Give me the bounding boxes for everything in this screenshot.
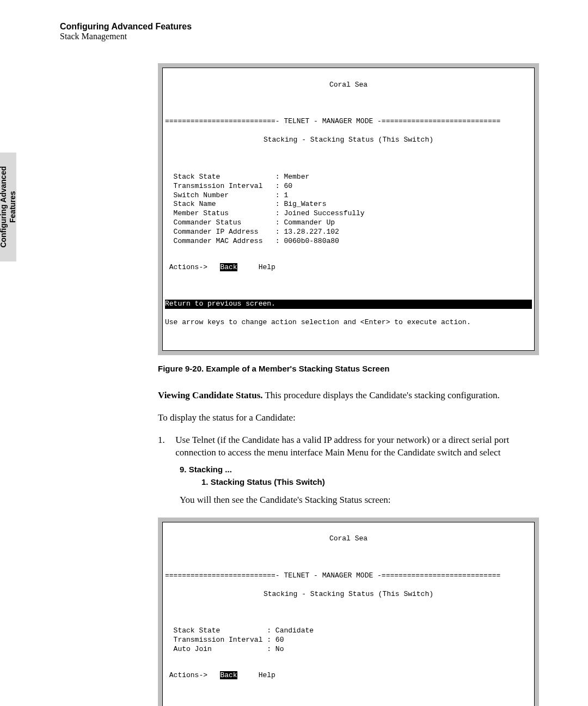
para-viewing-candidate: Viewing Candidate Status. This procedure… xyxy=(158,389,539,402)
menu-path-2: 1. Stacking Status (This Switch) xyxy=(201,477,539,486)
term1-help-button[interactable]: Help xyxy=(259,263,275,271)
terminal-screenshot-1: Coral Sea ==========================- TE… xyxy=(158,63,539,355)
term1-back-button[interactable]: Back xyxy=(220,263,237,271)
term2-mode-line: ==========================- TELNET - MAN… xyxy=(165,571,532,581)
term2-blank2 xyxy=(165,608,532,618)
term1-status: Return to previous screen. xyxy=(165,300,532,309)
term1-blank3 xyxy=(165,282,532,291)
term2-help-button[interactable]: Help xyxy=(259,671,275,679)
term1-mode-line: ==========================- TELNET - MAN… xyxy=(165,117,532,126)
menu-path-1: 9. Stacking ... xyxy=(180,465,539,474)
term1-fields: Stack State : Member Transmission Interv… xyxy=(165,173,532,246)
page-header-subtitle: Stack Management xyxy=(60,32,539,41)
step-1-followup: You will then see the Candidate's Stacki… xyxy=(180,494,539,507)
term1-hint: Use arrow keys to change action selectio… xyxy=(165,318,532,327)
para1-rest: This procedure displays the Candidate's … xyxy=(263,390,500,400)
step-1-text: Use Telnet (if the Candidate has a valid… xyxy=(175,434,529,459)
term2-back-button[interactable]: Back xyxy=(220,671,237,679)
term1-blank xyxy=(165,99,532,108)
term2-title: Coral Sea xyxy=(165,534,532,544)
term2-actions: Actions-> Back Help xyxy=(165,671,532,680)
page-header-title: Configuring Advanced Features xyxy=(60,22,539,32)
term1-title: Coral Sea xyxy=(165,81,532,90)
term1-blank2 xyxy=(165,154,532,163)
para-to-display: To display the status for a Candidate: xyxy=(158,412,539,424)
term1-subtitle: Stacking - Stacking Status (This Switch) xyxy=(165,136,532,145)
term2-fields: Stack State : Candidate Transmission Int… xyxy=(165,626,532,654)
para1-lead: Viewing Candidate Status. xyxy=(158,390,263,400)
terminal-screenshot-2: Coral Sea ==========================- TE… xyxy=(158,518,539,706)
side-tab-line2: Features xyxy=(8,191,17,223)
term2-blank3 xyxy=(165,690,532,699)
step-1-number: 1. xyxy=(158,434,173,447)
term2-subtitle: Stacking - Stacking Status (This Switch) xyxy=(165,590,532,599)
figure-caption-1: Figure 9-20. Example of a Member's Stack… xyxy=(158,364,539,373)
step-1: 1. Use Telnet (if the Candidate has a va… xyxy=(158,434,539,459)
term1-actions: Actions-> Back Help xyxy=(165,263,532,272)
side-tab-line1: Configuring Advanced xyxy=(0,166,8,248)
term2-blank xyxy=(165,553,532,562)
side-tab: Configuring Advanced Features xyxy=(0,153,16,261)
